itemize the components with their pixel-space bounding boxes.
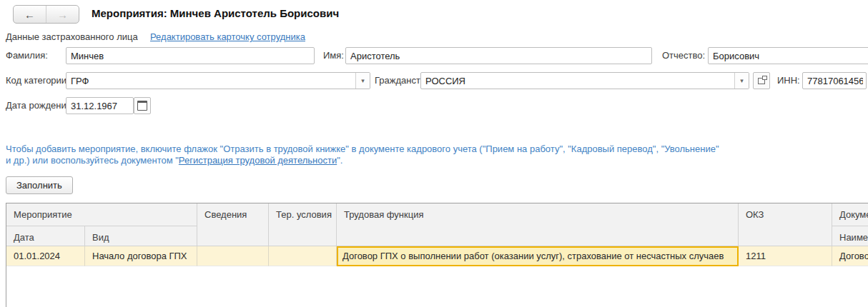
citizenship-open-button[interactable]	[753, 72, 770, 89]
forward-arrow-icon: →	[57, 9, 68, 21]
col-header-territory: Тер. условия	[269, 203, 337, 246]
page-title: Мероприятия: Минчев Аристотель Борисович	[92, 7, 339, 19]
citizenship-combo: ▾	[420, 72, 749, 89]
insured-data-label: Данные застрахованного лица	[6, 31, 138, 42]
col-header-labor-function: Трудовая функция	[337, 203, 739, 246]
cell-okz[interactable]: 1211	[739, 246, 832, 266]
category-code-input[interactable]	[66, 74, 355, 88]
category-code-dropdown-button[interactable]: ▾	[355, 73, 370, 89]
middle-name-label: Отчество:	[662, 47, 705, 64]
birth-date-field-box	[66, 97, 134, 114]
inn-label: ИНН:	[777, 72, 800, 89]
category-code-label: Код категории:	[6, 72, 69, 89]
calendar-icon	[137, 101, 147, 111]
col-header-okz: ОКЗ	[739, 203, 832, 246]
last-name-label: Фамилия:	[6, 47, 48, 64]
events-table: Мероприятие Дата Вид Сведения Тер. услов…	[6, 203, 868, 307]
cell-labor-function-selected[interactable]: Договор ГПХ о выполнении работ (оказании…	[337, 246, 739, 266]
category-code-combo: ▾	[66, 72, 370, 89]
notice-line-2: и др.) или воспользуйтесь документом "Ре…	[6, 155, 864, 166]
notice-text: Чтобы добавить мероприятие, включите фла…	[6, 144, 864, 166]
forward-button[interactable]: →	[46, 6, 79, 23]
fill-button[interactable]: Заполнить	[6, 176, 73, 194]
middle-name-field-box	[708, 47, 868, 64]
birth-date-input[interactable]	[66, 99, 133, 113]
col-header-date: Дата	[6, 226, 85, 246]
notice-line-2-suffix: ".	[337, 155, 342, 166]
back-button[interactable]: ←	[14, 6, 46, 23]
first-name-label: Имя:	[323, 47, 344, 64]
cell-territory[interactable]	[269, 246, 337, 266]
event-form-window: ← → Мероприятия: Минчев Аристотель Борис…	[0, 0, 868, 307]
citizenship-dropdown-button[interactable]: ▾	[734, 73, 749, 89]
notice-line-2-prefix: и др.) или воспользуйтесь документом "	[6, 155, 179, 166]
col-header-doc-name: Наименование	[832, 226, 868, 246]
first-name-field-box	[345, 47, 652, 64]
birth-date-label: Дата рождения:	[6, 97, 74, 114]
first-name-input[interactable]	[346, 49, 651, 63]
cell-date[interactable]: 01.01.2024	[6, 246, 85, 266]
birth-date-calendar-button[interactable]	[134, 97, 151, 114]
open-item-icon	[758, 78, 765, 84]
col-header-event: Мероприятие	[6, 203, 197, 226]
inn-field-box	[802, 72, 867, 89]
citizenship-input[interactable]	[421, 74, 734, 88]
col-header-info: Сведения	[197, 203, 269, 246]
chevron-down-icon: ▾	[740, 77, 744, 84]
cell-kind[interactable]: Начало договора ГПХ	[85, 246, 197, 266]
cell-info[interactable]	[197, 246, 269, 266]
chevron-down-icon: ▾	[361, 77, 365, 84]
cell-document[interactable]: Договор	[832, 246, 868, 266]
notice-line-1: Чтобы добавить мероприятие, включите фла…	[6, 144, 864, 155]
col-header-document: Документ	[832, 203, 868, 226]
last-name-input[interactable]	[66, 49, 314, 63]
last-name-field-box	[66, 47, 315, 64]
middle-name-input[interactable]	[709, 49, 868, 63]
inn-input[interactable]	[803, 74, 866, 88]
edit-employee-card-link[interactable]: Редактировать карточку сотрудника	[150, 31, 305, 42]
history-nav-group: ← →	[13, 5, 79, 24]
labor-activity-registration-link[interactable]: Регистрация трудовой деятельности	[179, 155, 337, 166]
back-arrow-icon: ←	[24, 9, 35, 21]
col-header-kind: Вид	[85, 226, 197, 246]
